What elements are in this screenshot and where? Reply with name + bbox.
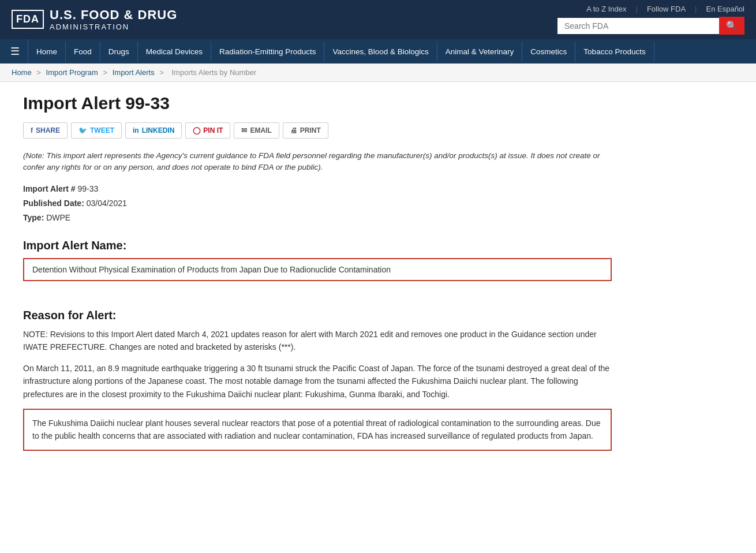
share-facebook-button[interactable]: f SHARE: [23, 122, 68, 139]
search-input[interactable]: [557, 18, 719, 34]
print-button[interactable]: 🖨 PRINT: [283, 122, 328, 139]
nav-medical-devices[interactable]: Medical Devices: [138, 42, 211, 62]
share-pinterest-button[interactable]: ◯ PIN IT: [185, 122, 230, 139]
header-links: A to Z Index | Follow FDA | En Español: [586, 5, 744, 13]
meta-type: Type: DWPE: [23, 211, 612, 225]
nav-animal[interactable]: Animal & Veterinary: [437, 42, 523, 62]
alert-name-heading: Import Alert Name:: [23, 239, 612, 252]
pinterest-label: PIN IT: [203, 126, 223, 134]
logo-area: FDA U.S. FOOD & DRUG ADMINISTRATION: [12, 8, 177, 32]
agency-sub-title: ADMINISTRATION: [50, 23, 177, 32]
header-right-area: A to Z Index | Follow FDA | En Español 🔍: [557, 5, 744, 35]
search-bar: 🔍: [557, 17, 744, 35]
en-espanol-link[interactable]: En Español: [706, 5, 745, 13]
nav-tobacco[interactable]: Tobacco Products: [575, 42, 654, 62]
twitter-label: TWEET: [90, 126, 114, 134]
main-content: Import Alert 99-33 f SHARE 🐦 TWEET in LI…: [0, 82, 635, 474]
fda-logo-box: FDA: [12, 10, 44, 29]
meta-info: Import Alert # 99-33 Published Date: 03/…: [23, 182, 612, 226]
breadcrumb-import-program[interactable]: Import Program: [46, 68, 98, 77]
print-icon: 🖨: [290, 126, 297, 134]
meta-published-date: Published Date: 03/04/2021: [23, 196, 612, 211]
breadcrumb-sep1: >: [36, 68, 43, 77]
meta-alert-number: Import Alert # 99-33: [23, 182, 612, 196]
reason-heading: Reason for Alert:: [23, 309, 612, 322]
site-header: FDA U.S. FOOD & DRUG ADMINISTRATION A to…: [0, 0, 756, 39]
hamburger-menu[interactable]: ☰: [2, 39, 28, 63]
breadcrumb-sep2: >: [103, 68, 109, 77]
facebook-icon: f: [31, 126, 33, 134]
share-email-button[interactable]: ✉ EMAIL: [234, 122, 279, 139]
reason-para1: NOTE: Revisions to this Import Alert dat…: [23, 328, 612, 354]
divider2: |: [695, 5, 697, 13]
nav-home[interactable]: Home: [28, 42, 66, 62]
social-share-bar: f SHARE 🐦 TWEET in LINKEDIN ◯ PIN IT ✉ E…: [23, 122, 612, 139]
email-label: EMAIL: [250, 126, 271, 134]
nav-drugs[interactable]: Drugs: [100, 42, 138, 62]
breadcrumb-home[interactable]: Home: [12, 68, 32, 77]
print-label: PRINT: [300, 126, 321, 134]
breadcrumb-import-alerts[interactable]: Import Alerts: [113, 68, 155, 77]
share-twitter-button[interactable]: 🐦 TWEET: [71, 122, 122, 139]
nav-radiation[interactable]: Radiation-Emitting Products: [211, 42, 324, 62]
search-button[interactable]: 🔍: [719, 17, 744, 35]
nav-vaccines[interactable]: Vaccines, Blood & Biologics: [324, 42, 437, 62]
divider1: |: [636, 5, 638, 13]
nav-food[interactable]: Food: [66, 42, 100, 62]
facebook-label: SHARE: [36, 126, 60, 134]
agency-name: U.S. FOOD & DRUG ADMINISTRATION: [50, 8, 177, 32]
reason-para2: On March 11, 2011, an 8.9 magnitude eart…: [23, 362, 612, 401]
reason-para3: The Fukushima Daiichi nuclear plant hous…: [32, 419, 600, 440]
breadcrumb: Home > Import Program > Import Alerts > …: [0, 63, 756, 82]
a-to-z-link[interactable]: A to Z Index: [586, 5, 626, 13]
alert-name-box: Detention Without Physical Examination o…: [23, 258, 612, 281]
pinterest-icon: ◯: [193, 126, 200, 134]
page-title: Import Alert 99-33: [23, 94, 612, 113]
note-text: (Note: This import alert represents the …: [23, 150, 612, 174]
share-linkedin-button[interactable]: in LINKEDIN: [125, 122, 182, 139]
twitter-icon: 🐦: [78, 126, 87, 134]
agency-main-title: U.S. FOOD & DRUG: [50, 8, 177, 23]
nav-cosmetics[interactable]: Cosmetics: [522, 42, 575, 62]
main-nav: ☰ Home Food Drugs Medical Devices Radiat…: [0, 39, 756, 63]
linkedin-label: LINKEDIN: [142, 126, 175, 134]
breadcrumb-sep3: >: [159, 68, 166, 77]
email-icon: ✉: [241, 126, 247, 134]
reason-highlighted-box: The Fukushima Daiichi nuclear plant hous…: [23, 409, 612, 451]
follow-fda-link[interactable]: Follow FDA: [647, 5, 686, 13]
breadcrumb-current: Imports Alerts by Number: [172, 68, 257, 77]
linkedin-icon: in: [133, 126, 139, 134]
nav-items-list: Home Food Drugs Medical Devices Radiatio…: [28, 42, 654, 62]
